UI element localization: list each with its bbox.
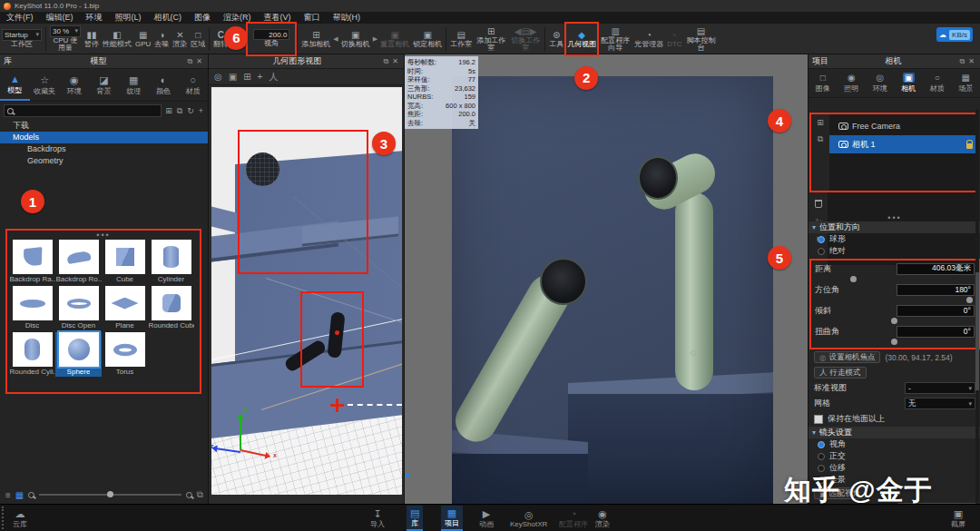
menu-view[interactable]: 查看(V) (258, 12, 298, 24)
radio-perspective[interactable]: 视角 (808, 438, 980, 450)
radio-absolute[interactable]: 绝对 (808, 245, 980, 257)
ribbon-grip[interactable] (2, 506, 4, 529)
light-manager-button[interactable]: ◔ 光管理器 (632, 24, 665, 54)
set-camera-focus-button[interactable]: ◎设置相机焦点 (814, 351, 880, 363)
position-section-header[interactable]: ▾ 位置和方向 (808, 221, 980, 233)
close-icon[interactable]: ✕ (390, 57, 400, 65)
walk-mode-button[interactable]: 人行走模式 (814, 367, 867, 379)
tab-scene[interactable]: ▦场景 (952, 69, 980, 97)
menu-camera[interactable]: 相机(C) (148, 12, 189, 24)
zoom-out-icon[interactable] (28, 492, 34, 498)
dtc-button[interactable]: ▫ DTC (665, 24, 683, 54)
screenshot-button[interactable]: ▣ 截屏 (947, 506, 969, 531)
settings-icon[interactable]: + (198, 106, 204, 115)
switch-camera-button[interactable]: ▣ 切换相机 (339, 24, 372, 54)
inclination-value[interactable]: 0° (897, 305, 975, 317)
list-view-icon[interactable]: ≡ (5, 490, 11, 500)
tab-textures[interactable]: ▦纹理 (119, 69, 149, 101)
model-plane[interactable]: Plane (102, 286, 148, 330)
open-folder-icon[interactable]: ⧉ (197, 489, 203, 500)
lens-section-header[interactable]: ▾ 镜头设置 (808, 427, 980, 438)
menu-edit[interactable]: 编辑(E) (40, 12, 80, 24)
next-camera-arrow[interactable]: ▶ (372, 35, 378, 43)
workspace-dropdown[interactable]: Startup▾ 工作区 (0, 24, 44, 54)
tree-item-downloads[interactable]: 下载 (0, 120, 208, 132)
view-angle-field[interactable]: 6 200.0 视角 (248, 24, 295, 54)
animation-button[interactable]: ▶ 动画 (475, 506, 497, 531)
tree-item-models[interactable]: Models (0, 132, 208, 143)
gpu-button[interactable]: ▦ GPU (133, 24, 152, 54)
zoom-in-icon[interactable] (186, 492, 192, 498)
camera-row-camera1[interactable]: 相机 1 (829, 135, 976, 153)
cloud-status-badge[interactable]: ☁ KB/s (936, 27, 973, 42)
model-cylinder[interactable]: Cylinder (148, 240, 194, 284)
project-scrollbar[interactable] (975, 109, 979, 502)
library-toggle-button[interactable]: ▤ 库 (407, 506, 423, 531)
undock-icon[interactable]: ⧉ (186, 57, 195, 66)
model-rounded-cylinder[interactable]: Rounded Cyli... (9, 332, 55, 377)
model-disc-open[interactable]: Disc Open (55, 286, 102, 330)
tab-favorites[interactable]: ☆收藏夹 (30, 69, 60, 101)
undock-icon[interactable]: ⧉ (958, 57, 967, 66)
camera-row-free[interactable]: Free Camera (829, 117, 976, 135)
camera-icon[interactable]: ▣ (229, 72, 237, 82)
inclination-slider[interactable] (815, 317, 975, 323)
model-backdrop-ra[interactable]: Backdrop Ra... (9, 240, 55, 284)
search-field[interactable] (16, 106, 159, 116)
slider-handle[interactable] (850, 276, 857, 282)
grid-dropdown[interactable]: 无▾ (905, 398, 975, 409)
configurator-wizard-button[interactable]: ▥ 配置程序向导 (598, 24, 632, 54)
model-sphere[interactable]: Sphere (55, 332, 102, 377)
distance-value[interactable]: 406.03毫米 (897, 263, 975, 275)
tab-camera[interactable]: ▣相机 (895, 69, 924, 97)
studio-button[interactable]: ▤ 工作室 (448, 24, 474, 54)
splitter-handle[interactable]: ••• (9, 231, 198, 239)
project-toggle-button[interactable]: ▦ 项目 (441, 506, 463, 531)
model-disc[interactable]: Disc (9, 286, 55, 330)
render-queue-button[interactable]: ◉ 渲染 (592, 506, 613, 531)
tools-button[interactable]: ⊛ 工具 (547, 24, 565, 54)
close-icon[interactable]: ✕ (966, 57, 976, 65)
realtime-view[interactable]: 每秒帧数:196.2 时间:5s 采样值:77 三角形:23,632 NURBS… (405, 54, 808, 504)
model-torus[interactable]: Torus (102, 332, 148, 377)
undock-icon[interactable]: ⧉ (382, 57, 391, 66)
slider-handle[interactable] (966, 297, 973, 303)
model-backdrop-ro[interactable]: Backdrop Ro... (55, 240, 102, 284)
add-studio-button[interactable]: ⊞ 添加工作室 (474, 24, 508, 54)
tree-item-geometry[interactable]: Geometry (0, 155, 208, 167)
tab-models[interactable]: ▲模型 (0, 69, 30, 101)
denoise-button[interactable]: ◑ 去噪 (152, 24, 171, 54)
geometry-viewport[interactable]: y x z 3 (211, 87, 402, 495)
azimuth-slider[interactable] (815, 296, 975, 302)
lock-camera-button[interactable]: ▣ 锁定相机 (411, 24, 444, 54)
twist-value[interactable]: 0° (897, 326, 975, 338)
cloud-library-button[interactable]: ☁ 云库 (9, 506, 31, 531)
close-icon[interactable]: ✕ (194, 57, 204, 65)
twist-slider[interactable] (815, 338, 975, 344)
refresh-icon[interactable]: ↻ (186, 106, 195, 115)
duplicate-camera-icon[interactable]: ⧉ (818, 134, 823, 144)
walk-icon[interactable]: 人 (269, 71, 278, 84)
distance-slider[interactable] (815, 275, 975, 281)
tab-materials[interactable]: ○材质 (178, 69, 208, 101)
tab-environments[interactable]: ◉环境 (59, 69, 89, 101)
azimuth-value[interactable]: 180° (897, 284, 975, 296)
model-rounded-cube[interactable]: Rounded Cube (148, 286, 194, 330)
region-button[interactable]: □ 区域 (189, 24, 207, 54)
tab-backplates[interactable]: ◪背景 (89, 69, 119, 101)
move-icon[interactable]: + (258, 72, 263, 82)
tab-lighting[interactable]: ◉照明 (838, 69, 867, 97)
orbit-icon[interactable]: ◎ (214, 72, 222, 82)
tab-environment[interactable]: ◎环境 (866, 69, 895, 97)
standard-view-dropdown[interactable]: -▾ (905, 382, 975, 394)
menu-image[interactable]: 图像 (188, 12, 217, 24)
add-camera-icon[interactable]: ⊞ (817, 118, 824, 127)
import-button[interactable]: ↧ 导入 (367, 506, 388, 531)
slider-handle[interactable] (891, 339, 897, 345)
search-input[interactable] (4, 104, 162, 117)
folders-icon[interactable]: ⧉ (176, 106, 183, 116)
cpu-usage-dropdown[interactable]: 30 %▾ CPU 使用量 (48, 24, 83, 54)
menu-environment[interactable]: 环境 (80, 12, 109, 24)
model-cube[interactable]: Cube (102, 240, 148, 284)
slider-handle[interactable] (107, 491, 113, 497)
